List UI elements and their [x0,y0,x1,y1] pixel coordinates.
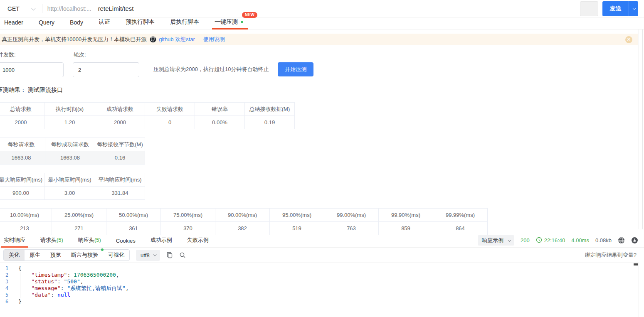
view-mode-3[interactable]: 断言与校验 [66,250,103,260]
request-tab-label: 认证 [99,18,110,25]
view-mode-0[interactable]: 美化 [4,250,25,260]
table-header-cell: 95.00%(ms) [270,209,324,222]
url-input[interactable]: http://localhost:... reteLimit/test [42,0,644,17]
concurrency-label: 并发数: [0,51,64,59]
table-value-cell: 2000 [95,116,145,129]
table-header-row: 10.00%(ms)25.00%(ms)50.00%(ms)75.00%(ms)… [0,209,488,222]
request-bar: GET http://localhost:... reteLimit/test … [0,0,644,17]
request-tab-6[interactable]: 一键压测NEW [214,17,244,29]
response-tab-4[interactable]: 成功示例 [150,234,173,247]
table-header-cell: 最大响应时间(ms) [0,173,44,187]
response-tab-label: 响应头 [78,237,94,243]
code-token: "message" [31,285,60,291]
close-icon[interactable]: ✕ [625,36,632,43]
send-options-button[interactable] [629,7,638,10]
response-editor[interactable]: 123456 { "timestamp": 1706365000200, "st… [0,263,639,317]
response-duration: 4.00ms [571,237,589,243]
active-tab-underline [1,246,28,248]
editor-scrollbar-thumb[interactable] [634,263,638,265]
code-token: { [18,265,22,271]
code-token: "data" [31,292,51,298]
download-icon[interactable] [631,237,638,244]
response-toolbar: 美化原生预览断言与校验可视化 utf8 绑定响应结果到变量? [0,248,644,263]
table-value-cell: 0 [145,116,195,129]
table-header-cell: 99.90%(ms) [379,209,433,222]
table-value-cell: 859 [379,222,433,235]
response-tab-label: 成功示例 [151,237,172,243]
response-tab-3[interactable]: Cookies [116,236,136,247]
response-example-dropdown[interactable]: 响应示例 [478,235,514,246]
url-extra-button[interactable] [580,1,598,16]
response-tab-1[interactable]: 请求头(5) [40,234,64,247]
code-line: "timestamp": 1706365000200, [18,272,639,278]
response-tab-count: (5) [94,237,101,243]
send-button[interactable]: 发送 [602,1,638,16]
request-tab-2[interactable]: Body [69,17,84,29]
url-path: reteLimit/test [98,5,134,12]
response-tab-label: 失败示例 [187,237,209,243]
table-header-cell: 错误率 [195,103,245,116]
table-value-cell: 2000 [0,116,44,129]
request-tabs: HeaderQueryBody认证预执行脚本后执行脚本一键压测NEW [0,17,644,29]
request-tab-4[interactable]: 预执行脚本 [125,17,155,29]
clock-icon [536,237,543,244]
scrollbar-track[interactable] [639,29,643,229]
table-header-row: 每秒请求数每秒成功请求数每秒接收字节数(M) [0,138,145,151]
code-token: : [61,285,67,291]
request-tab-label: 后执行脚本 [170,18,199,25]
response-tab-5[interactable]: 失败示例 [187,234,209,247]
table-header-cell: 每秒请求数 [0,138,45,151]
stress-test-hint: 压测总请求为2000，执行超过10分钟将自动终止 [153,66,269,73]
method-select[interactable]: GET [0,5,42,12]
response-tab-0[interactable]: 实时响应 [3,234,26,247]
view-mode-4[interactable]: 可视化 [103,250,129,260]
table-header-cell: 50.00%(ms) [106,209,161,222]
response-size: 0.08kb [595,237,612,243]
rounds-input[interactable] [73,62,139,77]
table-value-cell: 3.00 [44,187,95,200]
request-tab-label: 预执行脚本 [126,18,155,25]
request-tab-3[interactable]: 认证 [98,17,111,29]
chevron-down-icon [508,238,511,241]
request-tab-label: Header [4,19,23,26]
response-tab-2[interactable]: 响应头(5) [78,234,101,247]
table-header-row: 最大响应时间(ms)最小响应时间(ms)平均响应时间(ms) [0,173,145,187]
code-line: } [18,298,639,305]
code-token: "500" [64,278,80,285]
doc-link[interactable]: 使用说明 [203,36,225,43]
request-tab-0[interactable]: Header [3,17,24,29]
copy-icon[interactable] [166,252,173,258]
table-value-cell: 382 [215,222,270,235]
concurrency-input[interactable] [0,62,64,77]
table-value-cell: 370 [161,222,215,235]
active-tab-underline [212,28,248,29]
bind-variable-link[interactable]: 绑定响应结果到变量? [585,251,641,259]
view-mode-label: 可视化 [108,251,124,259]
view-mode-2[interactable]: 预览 [45,250,66,260]
table-header-cell: 执行时间(s) [44,103,95,116]
encoding-dropdown[interactable]: utf8 [136,250,160,261]
start-stress-test-button[interactable]: 开始压测 [278,62,313,76]
rounds-label: 轮次: [74,51,139,59]
code-token: "系统繁忙,请稍后再试" [67,285,125,291]
request-tab-1[interactable]: Query [38,17,55,29]
table-value-row: 20001.20200000.00%0.19 [0,116,295,129]
globe-icon[interactable] [618,237,625,244]
view-mode-label: 美化 [9,251,20,259]
table-value-cell: 864 [433,222,488,235]
code-line: "message": "系统繁忙,请稍后再试", [18,285,639,292]
table-header-cell: 25.00%(ms) [52,209,106,222]
line-numbers: 123456 [0,263,14,317]
table-value-row: 900.003.00331.84 [0,187,145,200]
code-token: } [18,298,22,305]
request-tab-label: Query [39,19,54,26]
table-header-cell: 99.00%(ms) [324,209,379,222]
table-value-row: 1663.081663.080.16 [0,151,145,165]
request-tab-5[interactable]: 后执行脚本 [169,17,200,29]
view-mode-group: 美化原生预览断言与校验可视化 [3,249,130,261]
code-token: : [57,278,64,285]
table-header-cell: 最小响应时间(ms) [44,173,95,187]
github-link[interactable]: github 欢迎star [159,36,195,43]
view-mode-1[interactable]: 原生 [25,250,45,260]
search-icon[interactable] [179,252,186,258]
